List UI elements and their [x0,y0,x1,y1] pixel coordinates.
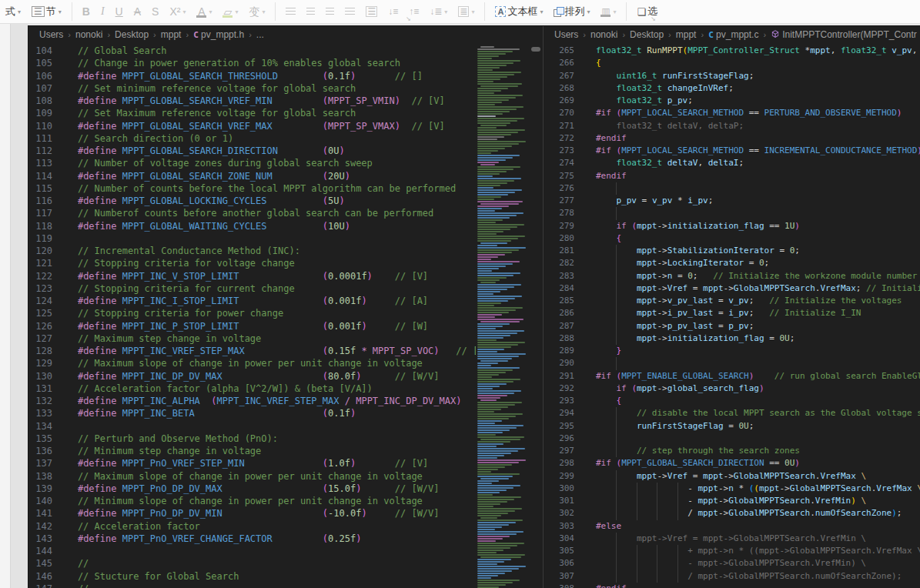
code-line[interactable]: 290 [544,357,920,369]
breadcrumb-item[interactable]: nonoki [590,29,617,40]
code-line[interactable]: 147 // [28,583,542,588]
code-line[interactable]: 121 // Stopping criteria for voltage cha… [28,257,542,269]
code-line[interactable]: 292 if (mppt->global_search_flag) [544,383,920,395]
code-line[interactable]: 275#endif [544,170,920,182]
strikethrough-button[interactable]: A [134,6,141,17]
superscript-button[interactable]: X²▾ [169,6,186,17]
code-line[interactable]: 272#endif [544,132,920,145]
font-color-button[interactable]: A ▾ [196,6,212,18]
code-line[interactable]: 271 float32_t deltaV, deltaP; [544,120,920,132]
code-line[interactable]: 306 - mppt->GlobalMPPTSearch.VrefMin) \ [544,557,920,570]
code-line[interactable]: 118 #define MPPT_GLOBAL_WAITING_CYCLES (… [28,220,542,232]
code-line[interactable]: 122 #define MPPT_INC_V_STOP_LIMIT (0.000… [28,270,542,282]
code-line[interactable]: 269 float32_t p_pv; [544,95,920,107]
textbox-button[interactable]: A 文本框▾ [495,5,543,18]
code-line[interactable]: 119 [28,232,542,245]
breadcrumb-item[interactable]: Desktop [115,29,149,40]
code-line[interactable]: 142 // Acceleration factor [28,520,542,533]
code-line[interactable]: 138 // Maximum slope of change in power … [28,470,542,483]
code-line[interactable]: 291#if (MPPT_ENABLE_GLOBAL_SEARCH) // ru… [544,370,920,383]
breadcrumb-item[interactable]: mppt [161,29,182,40]
style-menu-button[interactable]: 式▾ [5,5,21,18]
code-line[interactable]: 296 [544,433,920,445]
breadcrumb-file[interactable]: C pv_mppt.c [708,29,758,40]
code-line[interactable]: 137 #define MPPT_PnO_VREF_STEP_MIN (1.0f… [28,457,542,469]
code-line[interactable]: 308#endif [544,583,920,588]
code-line[interactable]: 113 // Number of voltage zones during gl… [28,157,542,169]
columns-button[interactable]: ▥ ▾ [601,7,616,17]
breadcrumb-item[interactable]: nonoki [75,29,102,40]
code-line[interactable]: 301 - mppt->GlobalMPPTSearch.VrefMin) \ [544,495,920,507]
code-line[interactable]: 134 [28,420,542,433]
code-line[interactable]: 105 // Change in power generation of 10%… [28,57,542,69]
code-line[interactable]: 116 #define MPPT_GLOBAL_LOCKING_CYCLES (… [28,195,542,207]
code-line[interactable]: 278 [544,207,920,219]
code-line[interactable]: 281 mppt->StabilizationIterator = 0; [544,245,920,257]
code-line[interactable]: 110 #define MPPT_GLOBAL_SEARCH_VREF_MAX … [28,120,542,132]
line-spacing-button[interactable]: ↓≣▾ [430,7,447,16]
code-line[interactable]: 129 // Maximum slope of change in power … [28,357,542,369]
code-line[interactable]: 145 // [28,557,542,570]
distribute-button[interactable]: ☰ [366,6,377,17]
code-line[interactable]: 282 mppt->LockingIterator = 0; [544,257,920,269]
code-line[interactable]: 111 // Search direction (0 or 1) [28,132,542,145]
scrollbar-thumb[interactable] [531,47,540,52]
code-line[interactable]: 287 mppt->p_pv_last = p_pv; [544,320,920,332]
code-line[interactable]: 141 #define MPPT_PnO_DP_DV_MIN (-10.0f) … [28,507,542,520]
code-line[interactable]: 115 // Number of counts before the local… [28,182,542,195]
code-line[interactable]: 300 - mppt->n * ((mppt->GlobalMPPTSearch… [544,483,920,495]
code-line[interactable]: 302 / mppt->GlobalMPPTSearch.numOfSearch… [544,507,920,520]
breadcrumb-symbol[interactable]: ... [256,29,264,40]
code-line[interactable]: 277 p_pv = v_pv * i_pv; [544,195,920,207]
code-line[interactable]: 299 mppt->Vref = mppt->GlobalMPPTSearch.… [544,470,920,483]
code-line[interactable]: 120 // Incremental Conductance Method (I… [28,245,542,257]
code-line[interactable]: 131 // Acceleration factor (alpha [V^2/W… [28,383,542,395]
code-line[interactable]: 284 mppt->Vref = mppt->GlobalMPPTSearch.… [544,282,920,295]
code-line[interactable]: 294 // disable the local MPPT search as … [544,407,920,419]
code-line[interactable]: 273#if (MPPT_LOCAL_SEARCH_METHOD == INCR… [544,145,920,157]
italic-button[interactable]: I [101,6,105,17]
code-line[interactable]: 106 #define MPPT_GLOBAL_SEARCH_THRESHOLD… [28,70,542,82]
code-line[interactable]: 126 #define MPPT_INC_P_STOP_LIMIT (0.001… [28,320,542,332]
code-line[interactable]: 289 } [544,345,920,357]
code-line[interactable]: 267 uint16_t runFirstStageFlag; [544,70,920,82]
code-line[interactable]: 288 mppt->initialization_flag = 0U; [544,332,920,345]
code-line[interactable]: 285 mppt->v_pv_last = v_pv; // Initializ… [544,295,920,307]
code-line[interactable]: 107 // Set minimum reference voltage for… [28,82,542,95]
arrange-button[interactable]: 排列▾ [554,5,590,18]
breadcrumb-item[interactable]: Users [39,29,63,40]
minimap[interactable] [476,46,530,588]
code-line[interactable]: 295 runFirstStageFlag = 0U; [544,420,920,433]
code-editor-pv-mppt-h[interactable]: 104 // Global Search105 // Change in pow… [28,45,542,588]
code-line[interactable]: 124 #define MPPT_INC_I_STOP_LIMIT (0.001… [28,295,542,307]
align-left-button[interactable] [286,8,296,15]
code-line[interactable]: 117 // Numberof counts before another gl… [28,207,542,219]
breadcrumb-item[interactable]: Desktop [630,29,664,40]
code-line[interactable]: 265float32_t RunMPPT(MPPT_Controller_Str… [544,45,920,57]
code-line[interactable]: 125 // Stopping criteria for power chang… [28,307,542,319]
code-line[interactable]: 108 #define MPPT_GLOBAL_SEARCH_VREF_MIN … [28,95,542,107]
code-line[interactable]: 112 #define MPPT_GLOBAL_SEARCH_DIRECTION… [28,145,542,157]
underline-button[interactable]: U [115,6,123,17]
code-line[interactable]: 136 // Minimum step change in voltage [28,445,542,457]
code-line[interactable]: 135 // Perturb and Observe Method (PnO): [28,433,542,445]
increase-paragraph-spacing-button[interactable]: ↓≡ [388,7,398,16]
bold-button[interactable]: B [82,6,90,17]
code-line[interactable]: 303#else [544,520,920,533]
code-line[interactable]: 280 { [544,232,920,245]
vertical-scrollbar[interactable] [530,45,542,588]
code-line[interactable]: 274 float32_t deltaV, deltaI; [544,157,920,169]
paragraph-settings-button[interactable]: ≣▾ [458,6,474,17]
code-line[interactable]: 146 // Stucture for Global Search [28,570,542,583]
code-line[interactable]: 143 #define MPPT_PnO_VREF_CHANGE_FACTOR … [28,533,542,545]
code-line[interactable]: 144 [28,545,542,557]
code-line[interactable]: 270#if (MPPT_LOCAL_SEARCH_METHOD == PERT… [544,107,920,119]
code-line[interactable]: 130 #define MPPT_INC_DP_DV_MAX (80.0f) /… [28,370,542,383]
dialog-launcher-icon[interactable]: ↘ [651,15,656,22]
code-editor-pv-mppt-c[interactable]: 265float32_t RunMPPT(MPPT_Controller_Str… [544,45,920,588]
code-line[interactable]: 293 { [544,395,920,407]
breadcrumb-item[interactable]: Users [554,29,578,40]
code-line[interactable]: 123 // Stopping criteria for current cha… [28,282,542,295]
breadcrumb-symbol[interactable]: InitMPPTController(MPPT_Contr [771,29,917,40]
code-line[interactable]: 139 #define MPPT_PnO_DP_DV_MAX (15.0f) /… [28,483,542,495]
